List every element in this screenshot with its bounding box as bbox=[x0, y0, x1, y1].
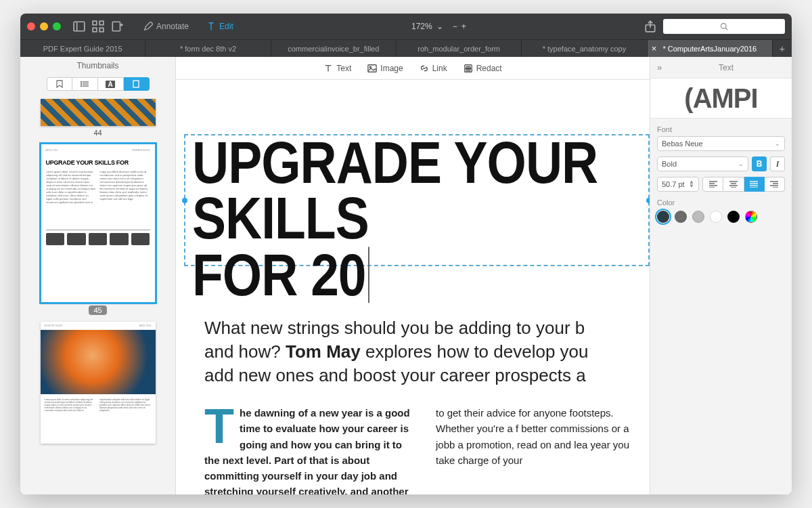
svg-point-15 bbox=[81, 85, 81, 86]
align-center-button[interactable] bbox=[723, 177, 744, 192]
app-window: Annotate Edit 172% ⌄ − + PDF Expert Guid… bbox=[20, 14, 792, 494]
tab-roh-modular[interactable]: roh_modular_order_form bbox=[397, 40, 522, 57]
font-section-label: Font bbox=[657, 125, 785, 133]
text-tool-button[interactable]: Text bbox=[323, 64, 351, 73]
dropcap: T bbox=[204, 409, 234, 443]
bold-button[interactable]: B bbox=[752, 156, 767, 171]
align-right-button[interactable] bbox=[765, 177, 785, 192]
tab-computer-arts[interactable]: × * ComputerArtsJanuary2016 bbox=[648, 40, 773, 57]
align-left-button[interactable] bbox=[702, 177, 723, 192]
thumbnail-44[interactable]: 44 bbox=[41, 99, 156, 137]
tab-typeface-anatomy[interactable]: * typeface_anatomy copy bbox=[522, 40, 647, 57]
tab-pdf-expert-guide[interactable]: PDF Expert Guide 2015 bbox=[20, 40, 145, 57]
tab-form-dec-8th[interactable]: * form dec 8th v2 bbox=[145, 40, 271, 57]
redact-tool-button[interactable]: Redact bbox=[464, 64, 502, 73]
close-window-icon[interactable] bbox=[27, 22, 35, 30]
close-tab-icon[interactable]: × bbox=[652, 43, 657, 54]
svg-line-9 bbox=[725, 28, 727, 30]
italic-button[interactable]: I bbox=[770, 156, 785, 171]
color-swatch-dark-teal[interactable] bbox=[657, 211, 669, 223]
zoom-in-button[interactable]: + bbox=[461, 22, 466, 31]
thumbnail-46[interactable]: INDUSTRY ISSUESABOUT 2015 Lorem ipsum do… bbox=[41, 322, 156, 444]
svg-rect-6 bbox=[112, 22, 120, 31]
sidebar-toggle-icon[interactable] bbox=[73, 20, 85, 33]
image-tool-button[interactable]: Image bbox=[367, 64, 403, 73]
zoom-out-button[interactable]: − bbox=[453, 22, 457, 31]
thumbnails-sidebar: Thumbnails A 44 bbox=[20, 57, 176, 494]
font-preview: (AMPI bbox=[650, 78, 792, 119]
text-cursor bbox=[368, 247, 369, 303]
font-family-select[interactable]: Bebas Neue ⌄ bbox=[657, 136, 785, 151]
thumbnails-list[interactable]: 44 ABOUT 2015UPGRADE ISSUES UPGRADE YOUR… bbox=[20, 96, 175, 494]
font-size-input[interactable]: 50.7 pt ▲▼ bbox=[657, 177, 699, 192]
body-columns[interactable]: T he dawning of a new year is a good tim… bbox=[204, 405, 650, 494]
main-area: Text Image Link Redact UPGRADE Y bbox=[176, 57, 650, 494]
svg-rect-2 bbox=[93, 21, 97, 25]
text-align-group bbox=[702, 177, 785, 192]
bookmark-icon bbox=[56, 80, 63, 88]
font-weight-select[interactable]: Bold ⌄ bbox=[657, 156, 748, 171]
export-icon[interactable] bbox=[111, 20, 123, 33]
svg-point-8 bbox=[721, 24, 727, 29]
color-swatch-white[interactable] bbox=[710, 211, 722, 223]
column-2: to get their advice for anyone footsteps… bbox=[436, 405, 650, 494]
svg-rect-5 bbox=[99, 28, 104, 32]
svg-rect-17 bbox=[368, 64, 376, 72]
edit-label: Edit bbox=[219, 22, 233, 31]
link-tool-button[interactable]: Link bbox=[420, 64, 447, 73]
svg-point-14 bbox=[81, 83, 81, 84]
color-swatch-black[interactable] bbox=[727, 211, 740, 223]
column-1: T he dawning of a new year is a good tim… bbox=[204, 405, 418, 494]
intro-paragraph[interactable]: What new strings should you be adding to… bbox=[204, 316, 650, 387]
app-body: Thumbnails A 44 bbox=[20, 57, 792, 494]
align-justify-button[interactable] bbox=[744, 177, 765, 192]
color-swatch-gray[interactable] bbox=[675, 211, 687, 223]
svg-rect-4 bbox=[93, 28, 97, 32]
redact-icon bbox=[464, 64, 473, 73]
svg-rect-21 bbox=[466, 68, 470, 69]
text-inspector: » Text (AMPI Font Bebas Neue ⌄ Bold ⌄ B … bbox=[650, 57, 792, 494]
tab-commercial-invoice[interactable]: commercialinvoice_br_filled bbox=[271, 40, 397, 57]
color-swatches bbox=[657, 211, 785, 223]
titlebar: Annotate Edit 172% ⌄ − + bbox=[20, 14, 792, 39]
traffic-lights bbox=[27, 22, 61, 30]
color-swatch-light-gray[interactable] bbox=[692, 211, 704, 223]
annotations-tab[interactable]: A bbox=[98, 77, 124, 91]
svg-rect-3 bbox=[99, 21, 104, 25]
chevron-down-icon: ⌄ bbox=[775, 140, 780, 147]
svg-rect-16 bbox=[133, 81, 139, 87]
svg-rect-0 bbox=[74, 22, 85, 31]
minimize-window-icon[interactable] bbox=[40, 22, 48, 30]
sidebar-mode-tabs: A bbox=[20, 75, 175, 96]
zoom-value: 172% bbox=[411, 22, 432, 31]
bookmarks-tab[interactable] bbox=[47, 77, 72, 91]
stepper-icon[interactable]: ▲▼ bbox=[689, 180, 694, 188]
share-icon[interactable] bbox=[644, 20, 656, 33]
chevron-down-icon: ⌄ bbox=[738, 161, 744, 167]
thumbnail-45[interactable]: ABOUT 2015UPGRADE ISSUES UPGRADE YOUR SK… bbox=[41, 144, 156, 315]
grid-view-icon[interactable] bbox=[92, 20, 104, 33]
page-number: 44 bbox=[93, 129, 102, 137]
document-canvas[interactable]: UPGRADE YOUR SKILLS FOR 20 What new stri… bbox=[176, 80, 650, 494]
outline-tab[interactable] bbox=[72, 77, 98, 91]
headline-text[interactable]: UPGRADE YOUR SKILLS FOR 20 bbox=[192, 135, 650, 303]
new-tab-button[interactable]: + bbox=[773, 40, 792, 57]
thumbnails-tab[interactable] bbox=[124, 77, 150, 91]
svg-point-13 bbox=[81, 81, 81, 82]
edit-toolbar: Text Image Link Redact bbox=[176, 57, 650, 80]
text-icon bbox=[323, 64, 333, 73]
page-number: 45 bbox=[89, 305, 106, 315]
fullscreen-window-icon[interactable] bbox=[53, 22, 61, 30]
document-tabs: PDF Expert Guide 2015 * form dec 8th v2 … bbox=[20, 39, 792, 57]
collapse-inspector-icon[interactable]: » bbox=[657, 62, 662, 72]
image-icon bbox=[367, 64, 377, 73]
list-icon bbox=[81, 81, 89, 87]
edit-mode-button[interactable]: Edit bbox=[206, 22, 233, 31]
search-input[interactable] bbox=[663, 19, 785, 34]
color-picker-button[interactable] bbox=[745, 211, 757, 223]
annotate-button[interactable]: Annotate bbox=[143, 22, 189, 31]
sidebar-title: Thumbnails bbox=[20, 57, 175, 75]
zoom-control[interactable]: 172% ⌄ − + bbox=[239, 22, 639, 31]
color-section-label: Color bbox=[657, 198, 785, 207]
page-icon bbox=[133, 80, 139, 88]
